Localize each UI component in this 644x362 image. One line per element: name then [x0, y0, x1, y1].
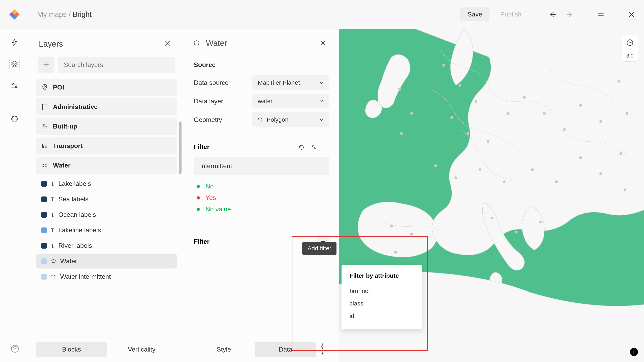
rail-plugin[interactable] [9, 114, 20, 124]
hamburger-icon [597, 10, 605, 18]
svg-point-10 [46, 147, 46, 147]
filter-settings-button[interactable] [310, 144, 317, 150]
close-props-button[interactable] [316, 36, 330, 50]
layer-sea-labels[interactable]: T Sea labels [36, 192, 177, 207]
popover-item-class[interactable]: class [350, 297, 414, 310]
svg-point-31 [478, 168, 482, 171]
breadcrumb-root[interactable]: My maps [37, 10, 66, 19]
divider [616, 9, 616, 20]
geometry-select[interactable]: Polygon [252, 112, 329, 127]
rail-sliders[interactable] [9, 80, 20, 91]
layer-lakeline-labels[interactable]: T Lakeline labels [36, 223, 177, 238]
data-source-select[interactable]: MapTiler Planet [252, 75, 329, 90]
filter-attribute-popover: Filter by attribute brunnel class id [342, 265, 422, 330]
layers-title: Layers [39, 39, 63, 48]
svg-point-44 [624, 188, 626, 191]
zoom-reset-button[interactable] [622, 35, 638, 50]
tab-blocks[interactable]: Blocks [36, 342, 107, 357]
svg-point-24 [523, 96, 526, 99]
select-value: MapTiler Planet [258, 79, 300, 86]
layer-lake-labels[interactable]: T Lake labels [36, 176, 177, 191]
arrow-left-icon [548, 10, 557, 18]
filter-value-no[interactable]: No [184, 181, 339, 192]
reset-filter-button[interactable] [298, 144, 304, 150]
close-app-button[interactable] [625, 8, 638, 21]
tab-data[interactable]: Data [255, 342, 316, 357]
chevron-down-icon [319, 80, 324, 85]
data-layer-select[interactable]: water [252, 94, 329, 108]
publish-button[interactable]: Publish [493, 7, 529, 21]
select-value: water [258, 98, 272, 105]
layer-swatch [41, 243, 47, 249]
scrollbar-thumb[interactable] [179, 121, 182, 174]
polygon-icon [51, 259, 56, 264]
layer-groups: POI Administrative Built-up Transport Wa… [29, 79, 184, 339]
close-icon [164, 40, 171, 48]
undo-icon [298, 144, 304, 150]
breadcrumb-sep: / [69, 10, 71, 19]
layer-swatch [41, 227, 47, 233]
svg-point-26 [563, 128, 566, 131]
group-transport[interactable]: Transport [36, 137, 177, 154]
layer-label: Ocean labels [58, 211, 96, 218]
tooltip-add-filter: Add filter [302, 242, 336, 255]
group-water[interactable]: Water [36, 157, 177, 174]
remove-filter-button[interactable] [323, 144, 329, 150]
tab-style[interactable]: Style [193, 342, 255, 357]
svg-point-37 [394, 251, 397, 254]
add-filter-section-label: Filter [194, 238, 210, 245]
group-builtup[interactable]: Built-up [36, 118, 177, 135]
popover-item-brunnel[interactable]: brunnel [350, 285, 414, 297]
layer-river-labels[interactable]: T River labels [36, 238, 177, 253]
json-button[interactable]: { } [316, 343, 330, 357]
close-layers-button[interactable] [160, 37, 174, 51]
layer-water[interactable]: Water [36, 254, 177, 269]
search-input[interactable] [58, 57, 175, 73]
text-icon: T [51, 181, 54, 187]
back-button[interactable] [546, 8, 560, 21]
svg-point-33 [531, 168, 534, 171]
save-button[interactable]: Save [460, 7, 490, 21]
layer-swatch [41, 196, 47, 202]
rail-help[interactable] [10, 344, 20, 354]
flag-icon [41, 104, 48, 110]
add-layer-button[interactable] [38, 57, 54, 73]
svg-point-25 [543, 112, 546, 115]
props-title: Water [206, 39, 311, 48]
minus-icon [323, 144, 329, 150]
layers-panel: Layers POI Administrative Built-up [29, 29, 184, 362]
rail-flash[interactable] [9, 37, 20, 47]
group-admin[interactable]: Administrative [36, 98, 177, 115]
svg-point-17 [442, 64, 445, 66]
svg-point-7 [44, 86, 46, 87]
popover-item-id[interactable]: id [350, 310, 414, 322]
puzzle-icon [11, 115, 18, 123]
close-icon [320, 39, 327, 47]
text-icon: T [51, 243, 54, 249]
svg-point-34 [555, 180, 558, 183]
layer-ocean-labels[interactable]: T Ocean labels [36, 207, 177, 222]
svg-point-30 [454, 176, 457, 179]
forward-button[interactable] [563, 8, 577, 21]
menu-button[interactable] [594, 8, 608, 21]
group-poi[interactable]: POI [36, 79, 177, 96]
layer-swatch [41, 212, 47, 218]
svg-point-20 [450, 116, 453, 119]
svg-point-28 [599, 120, 602, 123]
brand-logo[interactable] [0, 0, 29, 29]
svg-point-19 [474, 100, 477, 103]
svg-point-40 [539, 221, 542, 223]
rail-layers[interactable] [9, 59, 20, 69]
svg-point-36 [410, 233, 413, 236]
tab-verticality[interactable]: Verticality [107, 342, 177, 357]
polygon-icon [51, 274, 56, 279]
layer-water-intermittent[interactable]: Water intermittent [36, 269, 177, 284]
filter-attribute-chip[interactable]: intermittent [194, 157, 329, 175]
filter-value-yes[interactable]: Yes [184, 192, 339, 204]
text-icon: T [51, 212, 54, 218]
map-info-button[interactable]: i [630, 348, 638, 356]
zoom-level[interactable]: 3.0 [622, 50, 638, 61]
svg-point-27 [579, 104, 582, 107]
layer-label: Water [60, 257, 77, 265]
filter-value-novalue[interactable]: No value [184, 204, 339, 215]
